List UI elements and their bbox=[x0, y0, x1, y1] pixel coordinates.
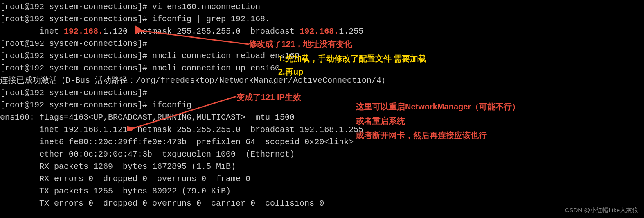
terminal-output: RX packets 1269 bytes 1672895 (1.5 MiB) bbox=[0, 161, 644, 173]
output-text: inet bbox=[0, 27, 64, 36]
terminal-output: ens160: flags=4163<UP,BROADCAST,RUNNING,… bbox=[0, 111, 644, 124]
highlighted-ip: 192.168. bbox=[64, 27, 103, 36]
output-text: TX errors 0 dropped 0 overruns 0 carrier… bbox=[0, 199, 324, 208]
terminal-output: ether 00:0c:29:0e:47:3b txqueuelen 1000 … bbox=[0, 148, 644, 161]
terminal-output: inet 192.168.1.120 netmask 255.255.255.0… bbox=[0, 25, 644, 38]
annotation-disconnect-nic: 或者断开网卡，然后再连接应该也行 bbox=[356, 129, 487, 141]
command: vi ens160.nmconnection bbox=[152, 2, 260, 11]
highlighted-ip: 192.168. bbox=[299, 27, 339, 36]
prompt: [root@192 system-connections]# bbox=[0, 64, 152, 73]
terminal-output: RX errors 0 dropped 0 overruns 0 frame 0 bbox=[0, 173, 644, 185]
output-text: TX packets 1255 bytes 80922 (79.0 KiB) bbox=[0, 186, 231, 196]
terminal-output: inet 192.168.1.121 netmask 255.255.255.0… bbox=[0, 124, 644, 136]
annotation-became-121: 变成了121 IP生效 bbox=[236, 91, 301, 103]
command: nmcli connection reload ens160 bbox=[152, 51, 299, 61]
output-text: inet6 fe80::20c:29ff:fe0e:473b prefixlen… bbox=[0, 137, 354, 147]
prompt: [root@192 system-connections]# bbox=[0, 14, 152, 24]
output-text: inet 192.168.1.121 netmask 255.255.255.0… bbox=[0, 125, 363, 134]
command: ifconfig | grep 192.168. bbox=[152, 14, 270, 24]
annotation-restart-nm: 这里可以重启NetworkManager（可能不行） bbox=[356, 100, 520, 113]
prompt: [root@192 system-connections]# bbox=[0, 39, 147, 48]
terminal-output: 连接已成功激活（D-Bus 活动路径：/org/freedesktop/Netw… bbox=[0, 75, 644, 87]
output-text: RX packets 1269 bytes 1672895 (1.5 MiB) bbox=[0, 162, 236, 171]
output-text: 1.120 netmask 255.255.255.0 broadcast bbox=[103, 27, 299, 36]
output-text: 1.255 bbox=[339, 27, 363, 36]
annotation-step1: 1.先加载，手动修改了配置文件 需要加载 bbox=[278, 52, 426, 65]
terminal-output: inet6 fe80::20c:29ff:fe0e:473b prefixlen… bbox=[0, 136, 644, 148]
annotation-restart-system: 或者重启系统 bbox=[356, 115, 405, 127]
annotation-step2: 2.再up bbox=[278, 66, 303, 78]
terminal-output: TX errors 0 dropped 0 overruns 0 carrier… bbox=[0, 198, 644, 210]
output-text: 连接已成功激活（D-Bus 活动路径：/org/freedesktop/Netw… bbox=[0, 76, 390, 85]
command: ifconfig bbox=[152, 100, 191, 110]
output-text: RX errors 0 dropped 0 overruns 0 frame 0 bbox=[0, 174, 250, 184]
terminal-output: TX packets 1255 bytes 80922 (79.0 KiB) bbox=[0, 185, 644, 198]
terminal-line: [root@192 system-connections]# vi ens160… bbox=[0, 1, 644, 13]
annotation-modified-121: 修改成了121，地址没有变化 bbox=[249, 38, 352, 50]
prompt: [root@192 system-connections]# bbox=[0, 100, 152, 110]
prompt: [root@192 system-connections]# bbox=[0, 88, 147, 98]
command: nmcli connection up ens160 bbox=[152, 64, 280, 73]
output-text: ens160: flags=4163<UP,BROADCAST,RUNNING,… bbox=[0, 113, 295, 122]
output-text: ether 00:0c:29:0e:47:3b txqueuelen 1000 … bbox=[0, 150, 295, 159]
terminal-line: [root@192 system-connections]# bbox=[0, 87, 644, 99]
prompt: [root@192 system-connections]# bbox=[0, 51, 152, 61]
prompt: [root@192 system-connections]# bbox=[0, 2, 152, 11]
watermark: CSDN @小红帽Like大灰狼 bbox=[565, 206, 638, 215]
terminal-line: [root@192 system-connections]# ifconfig bbox=[0, 99, 644, 111]
terminal-line: [root@192 system-connections]# ifconfig … bbox=[0, 13, 644, 25]
